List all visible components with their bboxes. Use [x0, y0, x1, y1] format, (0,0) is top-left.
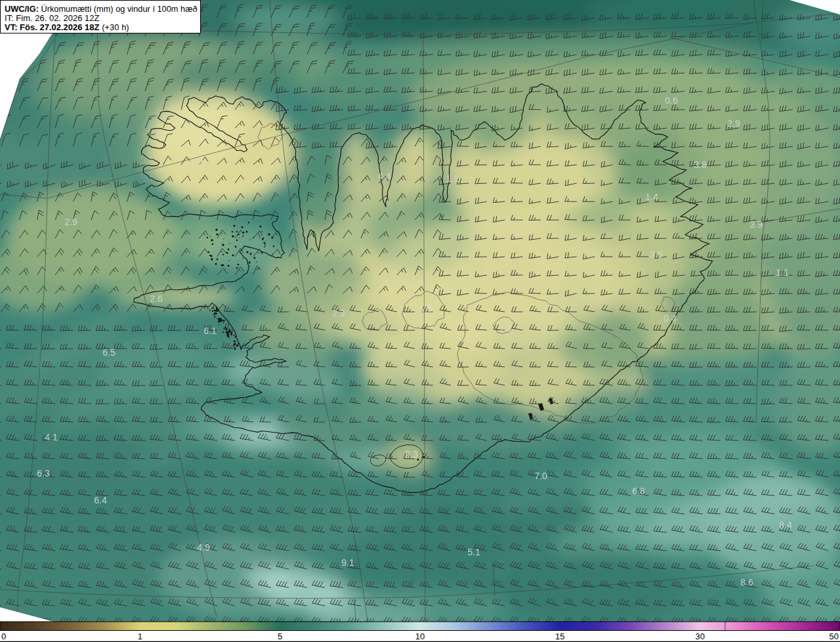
svg-text:2.3: 2.3 — [332, 308, 345, 318]
svg-text:50: 50 — [830, 631, 839, 641]
svg-text:2.6: 2.6 — [150, 293, 163, 304]
svg-text:10: 10 — [415, 631, 425, 641]
svg-text:1.3: 1.3 — [190, 157, 203, 167]
svg-text:VT: Fös. 27.02.2026 18Z (+30 h: VT: Fös. 27.02.2026 18Z (+30 h) — [5, 22, 129, 32]
svg-text:1.5: 1.5 — [419, 303, 432, 314]
svg-text:15: 15 — [555, 631, 564, 641]
svg-text:5: 5 — [278, 631, 282, 641]
svg-text:5.1: 5.1 — [467, 547, 480, 557]
svg-text:4.1: 4.1 — [45, 432, 58, 442]
svg-text:3.5: 3.5 — [650, 249, 663, 260]
svg-text:2.3: 2.3 — [405, 449, 418, 460]
svg-text:1.1: 1.1 — [446, 173, 459, 184]
svg-text:0: 0 — [1, 631, 6, 641]
svg-text:6.3: 6.3 — [37, 468, 50, 479]
svg-text:1.1: 1.1 — [776, 267, 789, 278]
svg-text:7.0: 7.0 — [534, 471, 547, 481]
svg-text:IT: Fim. 26. 02. 2026 12Z: IT: Fim. 26. 02. 2026 12Z — [5, 13, 100, 23]
svg-text:3.8: 3.8 — [694, 160, 707, 170]
svg-text:UWC/IG: Úrkomumætti (mm) og vi: UWC/IG: Úrkomumætti (mm) og vindur í 100… — [5, 4, 198, 14]
svg-text:3.9: 3.9 — [749, 219, 763, 230]
svg-text:6.1: 6.1 — [203, 326, 217, 336]
svg-text:4.4: 4.4 — [378, 171, 391, 181]
svg-text:0.4: 0.4 — [663, 313, 677, 324]
svg-text:8.4: 8.4 — [779, 520, 792, 530]
svg-text:6.8: 6.8 — [632, 486, 645, 496]
svg-text:6.4: 6.4 — [94, 495, 107, 505]
svg-text:1: 1 — [138, 631, 142, 641]
svg-text:4.9: 4.9 — [197, 542, 210, 553]
svg-text:9.1: 9.1 — [341, 557, 354, 568]
svg-text:1.2: 1.2 — [499, 323, 512, 333]
svg-text:0.6: 0.6 — [665, 95, 678, 106]
svg-text:1.4: 1.4 — [645, 192, 658, 202]
svg-text:6.5: 6.5 — [102, 347, 116, 358]
svg-text:2.9: 2.9 — [64, 217, 77, 227]
svg-text:8.6: 8.6 — [740, 577, 753, 588]
svg-text:30: 30 — [695, 631, 704, 641]
svg-text:2.9: 2.9 — [727, 118, 740, 129]
